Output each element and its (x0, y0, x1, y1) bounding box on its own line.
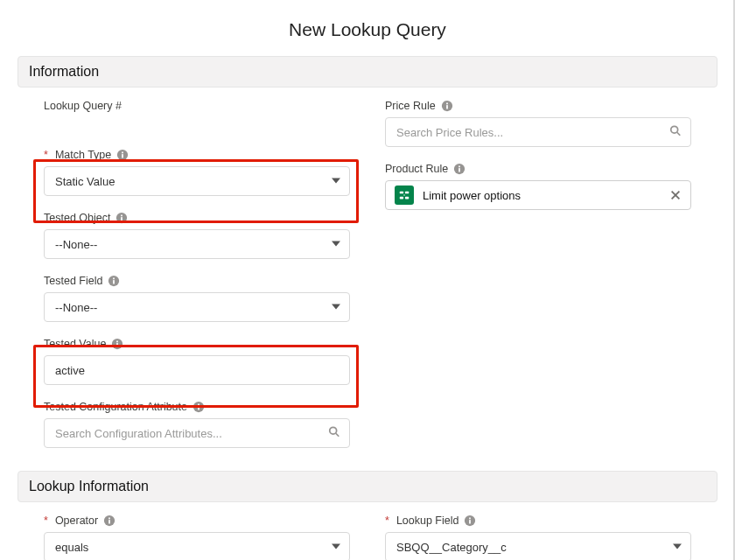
product-rule-entity-icon (395, 186, 414, 205)
svg-rect-10 (114, 278, 116, 280)
page-title: New Lookup Query (0, 0, 735, 56)
caret-down-icon (332, 238, 340, 251)
svg-rect-14 (116, 341, 118, 343)
svg-rect-16 (198, 406, 200, 410)
info-left-column: Lookup Query # * Match Type Static Value (44, 100, 350, 464)
operator-field: * Operator equals (44, 514, 350, 560)
info-right-column: Price Rule Product Rule (385, 100, 691, 464)
operator-select[interactable]: equals (44, 532, 350, 560)
price-rule-label: Price Rule (385, 100, 436, 112)
match-type-label: Match Type (55, 149, 111, 161)
lookup-information-panel: Lookup Information * Operator equals (18, 471, 718, 560)
tested-object-label: Tested Object (44, 212, 110, 224)
tested-object-value: --None-- (55, 238, 97, 251)
svg-marker-3 (332, 178, 340, 184)
svg-marker-11 (332, 304, 340, 310)
product-rule-field: Product Rule Limit power options (385, 163, 691, 210)
svg-rect-32 (403, 194, 404, 195)
tested-value-field: Tested Value (44, 338, 350, 385)
svg-rect-40 (470, 520, 472, 523)
required-star: * (44, 514, 48, 527)
svg-rect-17 (198, 404, 200, 406)
match-type-field: * Match Type Static Value (44, 149, 350, 196)
caret-down-icon (332, 175, 340, 188)
price-rule-search-wrapper (385, 117, 691, 147)
tested-config-attr-label: Tested Configuration Attribute (44, 401, 187, 413)
tested-config-attr-search[interactable] (55, 427, 339, 440)
lookup-query-num-field: Lookup Query # (44, 100, 350, 112)
info-icon[interactable] (116, 149, 129, 161)
close-icon[interactable] (669, 189, 682, 201)
tested-field-label: Tested Field (44, 275, 102, 287)
info-icon[interactable] (464, 514, 476, 527)
svg-rect-36 (108, 520, 110, 523)
svg-rect-30 (400, 197, 403, 200)
tested-value-input[interactable] (55, 364, 339, 377)
product-rule-label: Product Rule (385, 163, 448, 175)
product-rule-pill[interactable]: Limit power options (385, 180, 691, 210)
caret-down-icon (332, 301, 340, 314)
tested-value-input-wrapper (44, 355, 350, 385)
svg-marker-42 (673, 544, 682, 550)
lookup-field-label: Lookup Field (396, 514, 459, 527)
product-rule-pill-label: Limit power options (423, 189, 661, 202)
info-icon[interactable] (192, 401, 205, 413)
price-rule-search[interactable] (396, 126, 680, 139)
match-type-select[interactable]: Static Value (44, 166, 350, 196)
tested-config-attr-field: Tested Configuration Attribute (44, 401, 350, 448)
tested-object-select[interactable]: --None-- (44, 229, 350, 259)
info-icon[interactable] (108, 275, 120, 287)
svg-rect-9 (114, 280, 116, 284)
svg-rect-27 (458, 166, 460, 168)
svg-rect-5 (122, 217, 123, 220)
caret-down-icon (673, 541, 682, 554)
svg-rect-1 (122, 154, 123, 158)
match-type-value: Static Value (55, 175, 115, 188)
lookup-information-header: Lookup Information (18, 471, 718, 502)
svg-rect-2 (122, 152, 123, 154)
lookup-field-value: SBQQ__Category__c (396, 541, 507, 554)
information-panel: Information Lookup Query # * Match Type (18, 56, 718, 464)
info-icon[interactable] (116, 212, 128, 224)
svg-rect-31 (405, 197, 409, 200)
price-rule-field: Price Rule (385, 100, 691, 147)
tested-field-select[interactable]: --None-- (44, 292, 350, 322)
tested-field-value: --None-- (55, 301, 97, 314)
required-star: * (44, 149, 48, 161)
svg-rect-22 (446, 103, 448, 105)
lookup-field-field: * Lookup Field SBQQ__Category__c (385, 514, 691, 560)
info-icon[interactable] (453, 163, 466, 175)
info-icon[interactable] (103, 514, 116, 527)
svg-rect-37 (108, 518, 110, 520)
tested-value-label: Tested Value (44, 338, 106, 350)
svg-rect-29 (405, 192, 409, 194)
svg-marker-38 (332, 544, 340, 550)
operator-label: Operator (55, 514, 98, 527)
required-star: * (385, 514, 389, 527)
tested-config-attr-search-wrapper (44, 418, 350, 448)
tested-object-field: Tested Object --None-- (44, 212, 350, 259)
info-icon[interactable] (441, 100, 453, 112)
svg-rect-26 (458, 168, 460, 172)
operator-value: equals (55, 541, 88, 554)
svg-rect-28 (400, 192, 403, 194)
lookup-field-select[interactable]: SBQQ__Category__c (385, 532, 691, 560)
svg-marker-7 (332, 242, 340, 247)
svg-rect-21 (446, 105, 448, 108)
svg-rect-13 (116, 343, 118, 346)
information-header: Information (18, 56, 718, 88)
svg-rect-6 (122, 215, 123, 217)
tested-field-field: Tested Field --None-- (44, 275, 350, 322)
caret-down-icon (332, 541, 340, 554)
info-icon[interactable] (111, 338, 123, 350)
lookup-query-num-label: Lookup Query # (44, 100, 122, 112)
svg-rect-41 (470, 518, 472, 520)
